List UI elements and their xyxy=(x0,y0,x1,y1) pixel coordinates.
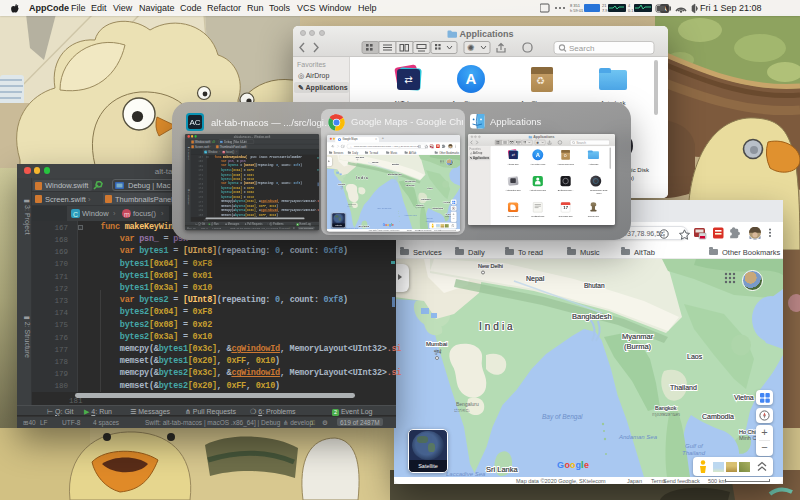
svg-text:Search: Search xyxy=(569,44,594,53)
svg-text:मुंबई: मुंबई xyxy=(433,348,442,355)
svg-text:h 59:01: h 59:01 xyxy=(570,8,584,13)
svg-text:Laos: Laos xyxy=(687,353,703,360)
svg-text:Vietna: Vietna xyxy=(734,394,754,401)
svg-text:India: India xyxy=(479,321,516,332)
svg-text:Thailand: Thailand xyxy=(670,384,697,391)
svg-text:Bay of Bengal: Bay of Bengal xyxy=(542,413,583,421)
svg-text:Thailand: Thailand xyxy=(425,219,434,221)
svg-text:Bangkok: Bangkok xyxy=(416,204,423,206)
svg-text:m: m xyxy=(124,211,130,218)
svg-text:(Burma): (Burma) xyxy=(624,342,652,351)
svg-text:Sri Lanka: Sri Lanka xyxy=(358,224,369,228)
svg-text:Bhutan: Bhutan xyxy=(584,282,605,289)
svg-text:Laos: Laos xyxy=(427,187,433,190)
svg-text:Nepal: Nepal xyxy=(372,160,379,163)
svg-text:Bhutan: Bhutan xyxy=(392,162,400,164)
svg-text:Bengaluru: Bengaluru xyxy=(348,203,356,205)
svg-text:India: India xyxy=(356,176,369,180)
svg-text:Mumbai: Mumbai xyxy=(338,182,346,184)
svg-text:Search: Search xyxy=(576,141,586,145)
svg-text:Myanmar: Myanmar xyxy=(622,332,654,341)
svg-text:Andaman Sea: Andaman Sea xyxy=(403,214,418,216)
svg-text:(Burma): (Burma) xyxy=(406,182,415,186)
svg-text:✺: ✺ xyxy=(467,43,475,53)
svg-text:Myanmar: Myanmar xyxy=(405,179,416,183)
svg-text:C: C xyxy=(73,211,78,218)
svg-text:Bay of Bengal: Bay of Bengal xyxy=(378,207,392,209)
svg-text:✺: ✺ xyxy=(536,141,539,145)
svg-text:e: e xyxy=(584,460,589,470)
svg-text:Thailand: Thailand xyxy=(421,197,431,200)
svg-text:ಬೆಂಗಳೌರು: ಬೆಂಗಳೌರು xyxy=(454,408,470,413)
svg-text:0.1: 0.1 xyxy=(628,8,634,13)
svg-text:AC: AC xyxy=(190,118,201,127)
svg-text:m: m xyxy=(223,151,225,154)
svg-text:Bangladesh: Bangladesh xyxy=(572,312,612,321)
svg-text:G: G xyxy=(557,460,564,470)
svg-text:Laccadive Sea: Laccadive Sea xyxy=(345,226,359,228)
svg-text:Cambodia: Cambodia xyxy=(702,413,734,420)
svg-text:Bangkok: Bangkok xyxy=(655,405,677,411)
svg-text:C: C xyxy=(205,151,207,154)
svg-text:Minh C: Minh C xyxy=(739,435,756,441)
svg-text:New Delhi: New Delhi xyxy=(478,263,503,269)
svg-text:Gulf of: Gulf of xyxy=(685,443,704,449)
svg-text:Nepal: Nepal xyxy=(526,275,545,283)
svg-text:Sri Lanka: Sri Lanka xyxy=(486,465,519,474)
svg-text:Gulf of: Gulf of xyxy=(426,217,432,219)
svg-text:e: e xyxy=(392,223,394,227)
svg-text:New Delhi: New Delhi xyxy=(356,156,365,158)
svg-text:Vietna: Vietna xyxy=(443,201,450,204)
svg-text:Andaman Sea: Andaman Sea xyxy=(618,434,658,440)
svg-text:7.9: 7.9 xyxy=(602,8,608,13)
svg-text:Bengaluru: Bengaluru xyxy=(456,401,479,407)
svg-text:Thailand: Thailand xyxy=(682,450,706,456)
svg-text:Mumbai: Mumbai xyxy=(426,341,447,347)
svg-text:Bangladesh: Bangladesh xyxy=(388,172,402,176)
svg-text:Cambodia: Cambodia xyxy=(432,207,444,210)
